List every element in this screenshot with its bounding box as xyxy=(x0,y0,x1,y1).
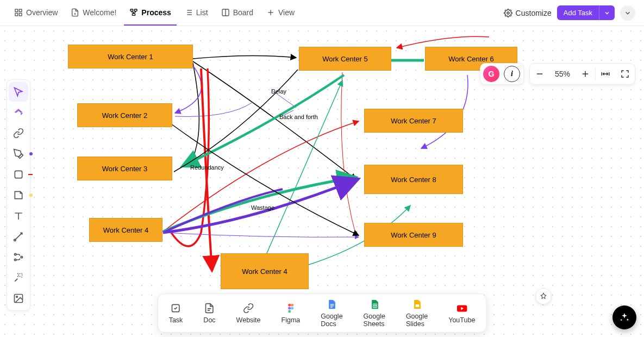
node-wc3[interactable]: Work Center 3 xyxy=(77,157,172,180)
tool-ai[interactable] xyxy=(9,103,28,122)
tab-process[interactable]: Process xyxy=(124,0,176,26)
user-avatar[interactable]: G xyxy=(483,66,499,82)
insert-gsheets[interactable]: Google Sheets xyxy=(360,297,389,329)
svg-point-24 xyxy=(16,296,17,298)
magic-wand-icon xyxy=(13,272,24,283)
svg-point-29 xyxy=(288,304,291,307)
svg-point-19 xyxy=(14,239,16,241)
insert-figma[interactable]: Figma xyxy=(278,301,304,325)
pen-icon xyxy=(13,148,24,159)
node-wc2[interactable]: Work Center 2 xyxy=(77,103,172,127)
top-right-controls: Customize Add Task xyxy=(504,5,635,21)
tool-image[interactable] xyxy=(9,289,28,308)
customize-label: Customize xyxy=(516,9,552,17)
tab-add-view[interactable]: View xyxy=(261,0,300,26)
top-nav: Overview Welcome! Process List Board Vie… xyxy=(0,0,644,26)
svg-rect-34 xyxy=(416,304,420,307)
connector-icon xyxy=(13,231,24,242)
zoom-out-button[interactable] xyxy=(530,64,549,84)
edge-label-redundancy: Redundancy xyxy=(190,164,224,171)
pin-toolbar-button[interactable] xyxy=(535,288,552,304)
node-wc4a[interactable]: Work Center 4 xyxy=(89,218,162,242)
tool-pen[interactable] xyxy=(9,144,28,164)
plus-icon xyxy=(266,8,275,17)
tab-label: List xyxy=(196,8,208,17)
tab-label: Welcome! xyxy=(83,8,116,17)
tool-link[interactable] xyxy=(9,123,28,143)
svg-rect-1 xyxy=(19,9,22,12)
svg-point-20 xyxy=(15,253,16,255)
node-wc5[interactable]: Work Center 5 xyxy=(299,47,391,71)
node-wc9[interactable]: Work Center 9 xyxy=(364,223,463,247)
add-task-dropdown[interactable] xyxy=(599,5,615,20)
node-wc4b[interactable]: Work Center 4 xyxy=(221,253,309,289)
process-icon xyxy=(129,8,138,17)
presence-pill: G i xyxy=(480,63,524,85)
svg-rect-3 xyxy=(19,13,22,16)
fit-width-button[interactable] xyxy=(596,64,615,84)
svg-rect-18 xyxy=(15,171,22,178)
edge-label-delay: Delay xyxy=(271,88,286,95)
node-wc8[interactable]: Work Center 8 xyxy=(364,165,463,194)
customize-button[interactable]: Customize xyxy=(504,9,552,17)
sticky-note-icon xyxy=(13,190,24,201)
tool-text[interactable] xyxy=(9,206,28,226)
pin-icon xyxy=(540,292,547,300)
task-icon xyxy=(171,303,182,314)
tab-overview[interactable]: Overview xyxy=(9,0,63,26)
tab-label: Process xyxy=(141,8,171,17)
svg-point-22 xyxy=(21,256,22,258)
link-icon xyxy=(243,303,254,314)
svg-point-31 xyxy=(288,307,291,310)
add-task-button[interactable]: Add Task xyxy=(557,5,599,20)
insert-gslides[interactable]: Google Slides xyxy=(403,297,431,329)
more-menu-button[interactable] xyxy=(620,5,635,21)
zoom-pill: 55% xyxy=(529,63,635,85)
tool-sticky[interactable] xyxy=(9,185,28,205)
svg-rect-4 xyxy=(130,9,133,11)
insert-youtube[interactable]: YouTube xyxy=(445,301,478,325)
board-icon xyxy=(221,8,230,17)
tab-board[interactable]: Board xyxy=(216,0,259,26)
square-icon xyxy=(13,169,24,180)
tool-cursor[interactable] xyxy=(9,82,28,102)
text-icon xyxy=(13,210,24,221)
tab-welcome[interactable]: Welcome! xyxy=(65,0,122,26)
flowchart-icon xyxy=(13,252,24,263)
sparkle-home-icon xyxy=(13,107,24,118)
tool-magic[interactable] xyxy=(9,268,28,288)
tool-shape[interactable] xyxy=(9,165,28,184)
ai-fab-button[interactable] xyxy=(612,305,636,329)
gslides-icon xyxy=(411,299,422,310)
fit-width-icon xyxy=(601,69,610,79)
insert-website[interactable]: Website xyxy=(233,301,264,325)
insert-task[interactable]: Task xyxy=(166,301,186,325)
info-button[interactable]: i xyxy=(504,66,520,82)
insert-doc[interactable]: Doc xyxy=(200,301,218,325)
dashboard-icon xyxy=(14,8,23,17)
fullscreen-button[interactable] xyxy=(615,64,635,84)
svg-rect-0 xyxy=(15,9,18,12)
figma-icon xyxy=(285,303,296,314)
zoom-in-button[interactable] xyxy=(576,64,595,84)
tool-flowchart[interactable] xyxy=(9,247,28,267)
insert-gdocs[interactable]: Google Docs xyxy=(317,297,346,329)
zoom-level[interactable]: 55% xyxy=(549,70,576,78)
tab-list[interactable]: List xyxy=(179,0,214,26)
view-tabs: Overview Welcome! Process List Board Vie… xyxy=(9,0,300,26)
node-wc7[interactable]: Work Center 7 xyxy=(364,109,463,133)
svg-point-30 xyxy=(291,304,293,307)
edge-label-backforth: Back and forth xyxy=(279,114,318,120)
tab-label: Overview xyxy=(26,8,58,17)
svg-point-33 xyxy=(288,310,291,313)
link-icon xyxy=(13,128,24,139)
sparkle-icon xyxy=(619,312,630,323)
tab-label: Board xyxy=(233,8,253,17)
svg-rect-2 xyxy=(15,13,18,16)
tool-connector[interactable] xyxy=(9,227,28,246)
fullscreen-icon xyxy=(620,69,630,79)
whiteboard-canvas[interactable]: Work Center 1 Work Center 2 Work Center … xyxy=(0,26,644,337)
node-wc1[interactable]: Work Center 1 xyxy=(68,45,193,68)
tab-label: View xyxy=(278,8,295,17)
minus-icon xyxy=(535,69,545,79)
